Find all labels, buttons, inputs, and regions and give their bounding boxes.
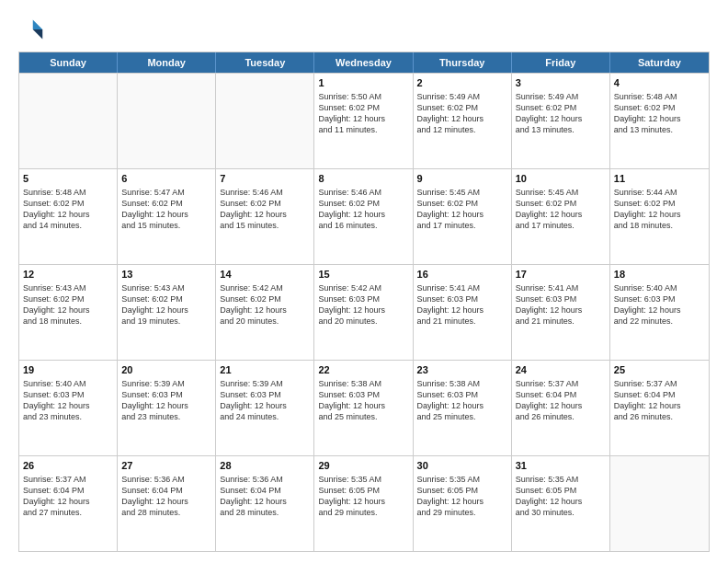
calendar-row: 26Sunrise: 5:37 AM Sunset: 6:04 PM Dayli… — [19, 455, 709, 551]
cell-info: Sunrise: 5:42 AM Sunset: 6:03 PM Dayligh… — [318, 282, 408, 327]
page: SundayMondayTuesdayWednesdayThursdayFrid… — [0, 0, 728, 563]
calendar-cell: 3Sunrise: 5:49 AM Sunset: 6:02 PM Daylig… — [512, 74, 610, 168]
calendar-row: 1Sunrise: 5:50 AM Sunset: 6:02 PM Daylig… — [19, 73, 709, 168]
cell-info: Sunrise: 5:44 AM Sunset: 6:02 PM Dayligh… — [614, 187, 705, 232]
calendar-cell: 28Sunrise: 5:36 AM Sunset: 6:04 PM Dayli… — [216, 456, 314, 551]
day-number: 23 — [417, 363, 507, 377]
cell-info: Sunrise: 5:36 AM Sunset: 6:04 PM Dayligh… — [220, 474, 310, 519]
calendar-cell: 18Sunrise: 5:40 AM Sunset: 6:03 PM Dayli… — [610, 265, 709, 360]
cell-info: Sunrise: 5:48 AM Sunset: 6:02 PM Dayligh… — [614, 91, 705, 136]
cell-info: Sunrise: 5:47 AM Sunset: 6:02 PM Dayligh… — [121, 187, 211, 232]
cell-info: Sunrise: 5:46 AM Sunset: 6:02 PM Dayligh… — [318, 187, 408, 232]
day-number: 19 — [23, 363, 113, 377]
calendar-row: 12Sunrise: 5:43 AM Sunset: 6:02 PM Dayli… — [19, 264, 709, 360]
calendar-cell: 8Sunrise: 5:46 AM Sunset: 6:02 PM Daylig… — [314, 169, 413, 264]
weekday-header: Saturday — [610, 52, 709, 73]
weekday-header: Tuesday — [216, 52, 314, 73]
calendar-cell: 30Sunrise: 5:35 AM Sunset: 6:05 PM Dayli… — [414, 456, 512, 551]
cell-info: Sunrise: 5:50 AM Sunset: 6:02 PM Dayligh… — [318, 91, 408, 136]
day-number: 12 — [23, 268, 113, 282]
cell-info: Sunrise: 5:43 AM Sunset: 6:02 PM Dayligh… — [121, 282, 211, 327]
day-number: 28 — [220, 459, 310, 473]
day-number: 2 — [417, 76, 507, 90]
calendar-cell: 15Sunrise: 5:42 AM Sunset: 6:03 PM Dayli… — [314, 265, 413, 360]
day-number: 4 — [614, 76, 705, 90]
calendar-cell: 11Sunrise: 5:44 AM Sunset: 6:02 PM Dayli… — [610, 169, 709, 264]
cell-info: Sunrise: 5:37 AM Sunset: 6:04 PM Dayligh… — [614, 378, 705, 423]
day-number: 3 — [516, 76, 606, 90]
day-number: 13 — [121, 268, 211, 282]
cell-info: Sunrise: 5:41 AM Sunset: 6:03 PM Dayligh… — [516, 282, 606, 327]
calendar-cell: 9Sunrise: 5:45 AM Sunset: 6:02 PM Daylig… — [414, 169, 512, 264]
day-number: 22 — [318, 363, 408, 377]
day-number: 26 — [23, 459, 113, 473]
cell-info: Sunrise: 5:41 AM Sunset: 6:03 PM Dayligh… — [417, 282, 507, 327]
calendar-cell: 17Sunrise: 5:41 AM Sunset: 6:03 PM Dayli… — [512, 265, 610, 360]
calendar-cell: 19Sunrise: 5:40 AM Sunset: 6:03 PM Dayli… — [19, 361, 118, 455]
cell-info: Sunrise: 5:42 AM Sunset: 6:02 PM Dayligh… — [220, 282, 310, 327]
calendar-cell — [118, 74, 216, 168]
calendar-header: SundayMondayTuesdayWednesdayThursdayFrid… — [19, 52, 709, 73]
calendar-cell: 7Sunrise: 5:46 AM Sunset: 6:02 PM Daylig… — [216, 169, 314, 264]
day-number: 8 — [318, 172, 408, 186]
day-number: 5 — [23, 172, 113, 186]
cell-info: Sunrise: 5:48 AM Sunset: 6:02 PM Dayligh… — [23, 187, 113, 232]
cell-info: Sunrise: 5:37 AM Sunset: 6:04 PM Dayligh… — [23, 474, 113, 519]
logo-icon — [18, 17, 44, 42]
calendar-cell: 26Sunrise: 5:37 AM Sunset: 6:04 PM Dayli… — [19, 456, 118, 551]
calendar-cell: 12Sunrise: 5:43 AM Sunset: 6:02 PM Dayli… — [19, 265, 118, 360]
cell-info: Sunrise: 5:36 AM Sunset: 6:04 PM Dayligh… — [121, 474, 211, 519]
day-number: 20 — [121, 363, 211, 377]
day-number: 9 — [417, 172, 507, 186]
day-number: 21 — [220, 363, 310, 377]
svg-marker-0 — [33, 20, 43, 30]
cell-info: Sunrise: 5:39 AM Sunset: 6:03 PM Dayligh… — [220, 378, 310, 423]
day-number: 14 — [220, 268, 310, 282]
cell-info: Sunrise: 5:38 AM Sunset: 6:03 PM Dayligh… — [417, 378, 507, 423]
calendar-cell: 5Sunrise: 5:48 AM Sunset: 6:02 PM Daylig… — [19, 169, 118, 264]
day-number: 7 — [220, 172, 310, 186]
cell-info: Sunrise: 5:37 AM Sunset: 6:04 PM Dayligh… — [516, 378, 606, 423]
day-number: 24 — [516, 363, 606, 377]
calendar-cell: 6Sunrise: 5:47 AM Sunset: 6:02 PM Daylig… — [118, 169, 216, 264]
weekday-header: Monday — [118, 52, 216, 73]
day-number: 31 — [516, 459, 606, 473]
day-number: 27 — [121, 459, 211, 473]
day-number: 16 — [417, 268, 507, 282]
cell-info: Sunrise: 5:49 AM Sunset: 6:02 PM Dayligh… — [516, 91, 606, 136]
cell-info: Sunrise: 5:46 AM Sunset: 6:02 PM Dayligh… — [220, 187, 310, 232]
weekday-header: Thursday — [414, 52, 512, 73]
calendar-cell — [19, 74, 118, 168]
calendar-cell: 24Sunrise: 5:37 AM Sunset: 6:04 PM Dayli… — [512, 361, 610, 455]
calendar-cell: 25Sunrise: 5:37 AM Sunset: 6:04 PM Dayli… — [610, 361, 709, 455]
cell-info: Sunrise: 5:39 AM Sunset: 6:03 PM Dayligh… — [121, 378, 211, 423]
calendar-cell: 22Sunrise: 5:38 AM Sunset: 6:03 PM Dayli… — [314, 361, 413, 455]
cell-info: Sunrise: 5:49 AM Sunset: 6:02 PM Dayligh… — [417, 91, 507, 136]
weekday-header: Friday — [512, 52, 610, 73]
calendar-cell: 20Sunrise: 5:39 AM Sunset: 6:03 PM Dayli… — [118, 361, 216, 455]
day-number: 25 — [614, 363, 705, 377]
day-number: 6 — [121, 172, 211, 186]
calendar-cell: 23Sunrise: 5:38 AM Sunset: 6:03 PM Dayli… — [414, 361, 512, 455]
logo — [18, 17, 48, 42]
calendar-row: 19Sunrise: 5:40 AM Sunset: 6:03 PM Dayli… — [19, 360, 709, 455]
calendar-cell: 13Sunrise: 5:43 AM Sunset: 6:02 PM Dayli… — [118, 265, 216, 360]
cell-info: Sunrise: 5:38 AM Sunset: 6:03 PM Dayligh… — [318, 378, 408, 423]
day-number: 11 — [614, 172, 705, 186]
svg-marker-1 — [33, 29, 43, 40]
calendar-cell: 16Sunrise: 5:41 AM Sunset: 6:03 PM Dayli… — [414, 265, 512, 360]
cell-info: Sunrise: 5:35 AM Sunset: 6:05 PM Dayligh… — [417, 474, 507, 519]
day-number: 1 — [318, 76, 408, 90]
calendar-row: 5Sunrise: 5:48 AM Sunset: 6:02 PM Daylig… — [19, 168, 709, 264]
cell-info: Sunrise: 5:43 AM Sunset: 6:02 PM Dayligh… — [23, 282, 113, 327]
cell-info: Sunrise: 5:35 AM Sunset: 6:05 PM Dayligh… — [516, 474, 606, 519]
calendar-cell: 27Sunrise: 5:36 AM Sunset: 6:04 PM Dayli… — [118, 456, 216, 551]
calendar-cell — [610, 456, 709, 551]
calendar-cell: 31Sunrise: 5:35 AM Sunset: 6:05 PM Dayli… — [512, 456, 610, 551]
calendar-cell: 10Sunrise: 5:45 AM Sunset: 6:02 PM Dayli… — [512, 169, 610, 264]
day-number: 18 — [614, 268, 705, 282]
day-number: 10 — [516, 172, 606, 186]
cell-info: Sunrise: 5:45 AM Sunset: 6:02 PM Dayligh… — [417, 187, 507, 232]
calendar-body: 1Sunrise: 5:50 AM Sunset: 6:02 PM Daylig… — [19, 73, 709, 551]
calendar-cell: 1Sunrise: 5:50 AM Sunset: 6:02 PM Daylig… — [314, 74, 413, 168]
